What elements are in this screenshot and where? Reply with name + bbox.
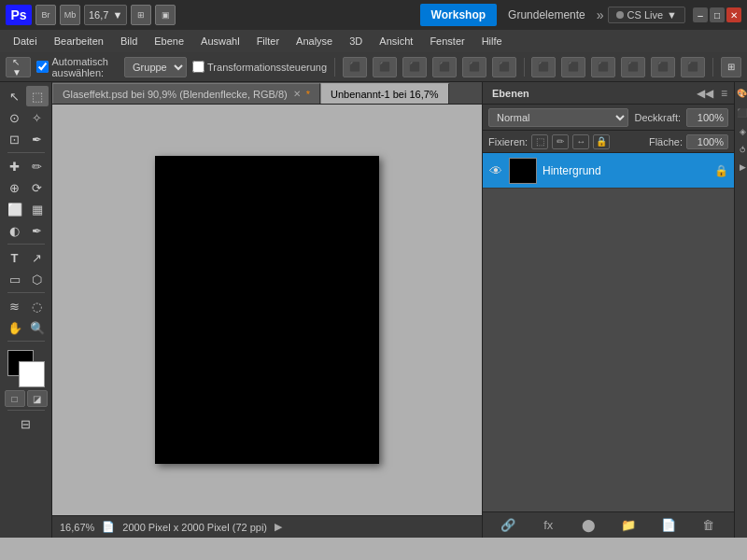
- dist-vcenter-btn[interactable]: ⬛: [561, 57, 585, 77]
- view-mode-btn[interactable]: ⊞: [131, 5, 151, 25]
- blend-mode-select[interactable]: Normal Multiplizieren Überlagern: [488, 108, 628, 127]
- path-tool[interactable]: ↗: [26, 247, 49, 268]
- align-top-btn[interactable]: ⬛: [343, 57, 367, 77]
- more-workspaces-icon[interactable]: »: [597, 7, 604, 22]
- hand-tool[interactable]: ✋: [4, 317, 26, 338]
- move-tool[interactable]: ↖: [4, 86, 26, 106]
- maximize-button[interactable]: □: [710, 7, 725, 22]
- dist-hcenter-btn[interactable]: ⬛: [651, 57, 675, 77]
- layer-mask-btn[interactable]: ⬤: [578, 515, 599, 536]
- separator-3: [712, 58, 713, 77]
- minimize-button[interactable]: –: [693, 7, 708, 22]
- clone-tool[interactable]: ⊕: [4, 177, 26, 198]
- tool-options-arrow[interactable]: ↖ ▼: [6, 57, 31, 77]
- screen-mode-btn[interactable]: ▣: [155, 5, 176, 25]
- opacity-input[interactable]: [686, 108, 728, 127]
- eyedropper-tool[interactable]: ✒: [26, 129, 49, 149]
- polygon-tool[interactable]: ⬡: [26, 269, 49, 289]
- layer-effects-btn[interactable]: fx: [538, 515, 558, 536]
- lock-transparent-btn[interactable]: ⬚: [531, 134, 548, 149]
- minibridge-badge[interactable]: Mb: [60, 5, 80, 25]
- panel-collapse-btn[interactable]: ◀◀: [694, 86, 716, 101]
- standard-mode[interactable]: □: [5, 390, 25, 407]
- options-bar: ↖ ▼ Automatisch auswählen: Gruppe Ebene …: [0, 52, 747, 82]
- select-tool[interactable]: ⬚: [26, 86, 49, 106]
- cs-live-button[interactable]: CS Live ▼: [608, 7, 685, 23]
- color-panel-btn[interactable]: 🎨: [736, 86, 747, 100]
- layer-visibility-icon[interactable]: 👁: [488, 163, 503, 178]
- menu-fenster[interactable]: Fenster: [422, 34, 472, 49]
- history-tool[interactable]: ⟳: [26, 177, 49, 198]
- lock-move-btn[interactable]: ↔: [572, 134, 589, 149]
- auto-align-btn[interactable]: ⊞: [721, 57, 741, 77]
- align-hcenter-btn[interactable]: ⬛: [462, 57, 486, 77]
- transform-checkbox[interactable]: Transformationssteuerung: [192, 61, 327, 73]
- zoom-tool[interactable]: 🔍: [26, 317, 49, 338]
- tab-unbenannt[interactable]: Unbenannt-1 bei 16,7%: [320, 83, 449, 104]
- brush-tool[interactable]: ✏: [26, 156, 49, 176]
- menu-3d[interactable]: 3D: [342, 34, 370, 49]
- menu-bild[interactable]: Bild: [113, 34, 145, 49]
- menu-filter[interactable]: Filter: [249, 34, 287, 49]
- tab-glaseffekt[interactable]: Glaseffekt.psd bei 90,9% (Blendenflecke,…: [52, 83, 320, 104]
- menu-hilfe[interactable]: Hilfe: [474, 34, 510, 49]
- align-right-btn[interactable]: ⬛: [492, 57, 516, 77]
- styles-btn[interactable]: ◈: [736, 125, 747, 138]
- lasso-tool-pair: ⊙ ✧: [4, 107, 49, 128]
- menu-ansicht[interactable]: Ansicht: [372, 34, 420, 49]
- screen-mode-button[interactable]: ⊟: [4, 413, 49, 434]
- panel-menu-btn[interactable]: ≡: [718, 86, 730, 101]
- eraser-tool[interactable]: ⬜: [4, 199, 26, 219]
- dist-right-btn[interactable]: ⬛: [681, 57, 705, 77]
- menu-auswahl[interactable]: Auswahl: [193, 34, 247, 49]
- zoom-dropdown[interactable]: 16,7 ▼: [84, 5, 127, 25]
- pen-tool[interactable]: ✒: [26, 220, 49, 241]
- smudge-tool[interactable]: ≋: [4, 296, 26, 316]
- menu-datei[interactable]: Datei: [6, 34, 45, 49]
- auto-select-checkbox[interactable]: Automatisch auswählen:: [36, 56, 119, 78]
- delete-layer-btn[interactable]: 🗑: [698, 515, 719, 536]
- link-layers-btn[interactable]: 🔗: [498, 515, 518, 536]
- close-button[interactable]: ✕: [726, 7, 741, 22]
- crop-tool[interactable]: ⊡: [4, 129, 26, 149]
- dist-bottom-btn[interactable]: ⬛: [591, 57, 615, 77]
- layer-name: Hintergrund: [543, 164, 709, 177]
- tab-glaseffekt-modified: *: [306, 89, 310, 100]
- blur-tool[interactable]: ◌: [26, 296, 49, 316]
- magic-wand-tool[interactable]: ✧: [26, 107, 49, 128]
- align-bottom-btn[interactable]: ⬛: [402, 57, 427, 77]
- menu-analyse[interactable]: Analyse: [289, 34, 340, 49]
- dodge-tool[interactable]: ◐: [4, 220, 26, 241]
- align-left-btn[interactable]: ⬛: [432, 57, 457, 77]
- bridge-badge[interactable]: Br: [35, 5, 56, 25]
- actions-btn[interactable]: ▶: [736, 161, 747, 174]
- quick-mask-mode[interactable]: ◪: [27, 390, 48, 407]
- grundelemente-button[interactable]: Grundelemente: [500, 6, 593, 24]
- lock-all-btn[interactable]: 🔒: [593, 134, 610, 149]
- flaeche-input[interactable]: [686, 134, 728, 149]
- heal-tool[interactable]: ✚: [4, 156, 26, 176]
- history-panel-btn[interactable]: ⟲: [736, 144, 747, 155]
- opacity-label: Deckkraft:: [634, 112, 681, 123]
- type-tool[interactable]: T: [4, 247, 26, 268]
- tool-sep-2: [7, 244, 45, 245]
- dist-left-btn[interactable]: ⬛: [621, 57, 645, 77]
- lock-paint-btn[interactable]: ✏: [552, 134, 569, 149]
- workspace-button[interactable]: Workshop: [420, 4, 497, 26]
- dist-top-btn[interactable]: ⬛: [531, 57, 556, 77]
- status-arrow[interactable]: ▶: [275, 521, 282, 533]
- status-doc-icon[interactable]: 📄: [102, 521, 115, 533]
- menu-bearbeiten[interactable]: Bearbeiten: [47, 34, 111, 49]
- gradient-tool[interactable]: ▦: [26, 199, 49, 219]
- background-color[interactable]: [19, 361, 45, 387]
- auto-select-dropdown[interactable]: Gruppe Ebene: [124, 57, 187, 77]
- adjustments-btn[interactable]: ⬛: [736, 105, 747, 119]
- menu-ebene[interactable]: Ebene: [147, 34, 191, 49]
- tab-glaseffekt-close[interactable]: ✕: [293, 89, 301, 99]
- align-vcenter-btn[interactable]: ⬛: [373, 57, 397, 77]
- layer-row-hintergrund[interactable]: 👁 Hintergrund 🔒: [483, 153, 734, 189]
- new-group-btn[interactable]: 📁: [618, 515, 639, 536]
- new-layer-btn[interactable]: 📄: [658, 515, 679, 536]
- shape-tool[interactable]: ▭: [4, 269, 26, 289]
- lasso-tool[interactable]: ⊙: [4, 107, 26, 128]
